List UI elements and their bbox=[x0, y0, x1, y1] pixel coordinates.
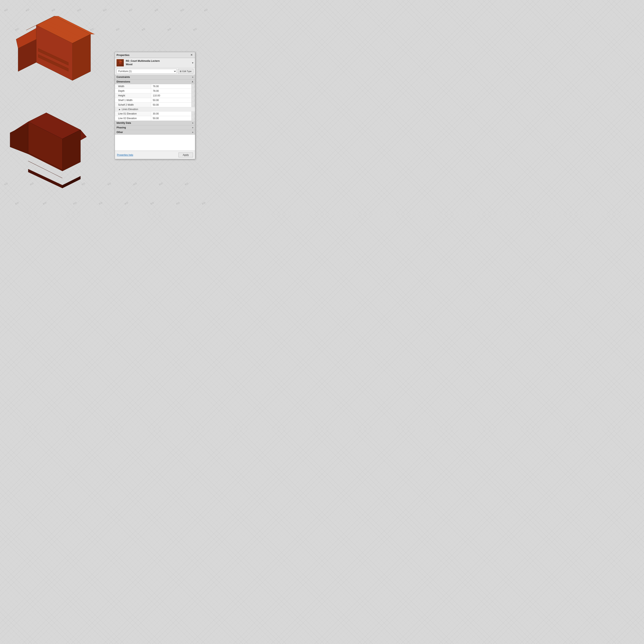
object-icon bbox=[117, 59, 124, 66]
prop-label-shelf1: Shelf 1 Width bbox=[115, 98, 151, 102]
prop-value-line02[interactable]: 50.00 bbox=[151, 116, 191, 121]
prop-value-line01[interactable]: 30.00 bbox=[151, 111, 191, 116]
dimensions-label: Dimensions bbox=[117, 80, 130, 83]
watermark: RD bbox=[150, 201, 155, 205]
edit-type-icon: ⊞ bbox=[180, 70, 182, 73]
prop-row-height: Height 110.00 ⬜ bbox=[115, 93, 195, 98]
watermark: RD bbox=[176, 201, 181, 205]
prop-row-depth: Depth 78.00 ⬜ bbox=[115, 89, 195, 93]
prop-btn-shelf1[interactable]: ⬜ bbox=[191, 98, 195, 102]
prop-btn-width[interactable]: ⬜ bbox=[191, 84, 195, 89]
phasing-label: Phasing bbox=[117, 126, 126, 129]
prop-value-depth[interactable]: 78.00 bbox=[151, 89, 191, 93]
dimensions-section-header[interactable]: Dimensions ∧ bbox=[115, 79, 195, 84]
watermark: RD bbox=[133, 182, 137, 186]
panel-footer: Properties help Apply bbox=[115, 151, 195, 159]
watermark: RD bbox=[141, 27, 146, 32]
constraints-chevron: » bbox=[192, 76, 193, 78]
subsection-expand-icon: ▶ bbox=[119, 108, 121, 110]
prop-value-height[interactable]: 110.00 bbox=[151, 93, 191, 98]
watermark: RD bbox=[154, 8, 159, 12]
identity-data-section-header[interactable]: Identity Data » bbox=[115, 121, 195, 125]
empty-area bbox=[115, 135, 195, 151]
prop-row-width: Width 76.00 ⬜ bbox=[115, 84, 195, 89]
prop-btn-depth[interactable]: ⬜ bbox=[191, 89, 195, 93]
prop-label-height: Height bbox=[115, 93, 151, 98]
lines-elevation-label: Lines Elevation bbox=[122, 108, 138, 111]
svg-marker-21 bbox=[62, 176, 81, 188]
edit-type-label: Edit Type bbox=[182, 70, 192, 72]
prop-row-shelf1: Shelf 1 Width 50.00 ⬜ bbox=[115, 98, 195, 103]
watermark: RD bbox=[167, 27, 172, 32]
prop-value-shelf1[interactable]: 50.00 bbox=[151, 98, 191, 102]
lectern-bottom-view bbox=[2, 107, 91, 193]
prop-label-line02: Line 02 Elevation bbox=[115, 116, 151, 121]
watermark: RD bbox=[193, 27, 198, 32]
object-info-row: RD_Court Multimedia Lectern Wood ▾ bbox=[115, 58, 195, 68]
watermark: RD bbox=[158, 182, 163, 186]
object-name: RD_Court Multimedia Lectern Wood bbox=[126, 59, 160, 66]
phasing-section-header[interactable]: Phasing » bbox=[115, 125, 195, 130]
viewport bbox=[0, 0, 125, 215]
phasing-chevron: » bbox=[192, 126, 193, 129]
prop-label-shelf2: Schelf 2 Width bbox=[115, 103, 151, 107]
prop-row-line01: Line 01 Elevation 30.00 ⬜ bbox=[115, 111, 195, 116]
prop-btn-line02[interactable]: ⬜ bbox=[191, 116, 195, 121]
object-dropdown-arrow: ▾ bbox=[192, 61, 193, 64]
watermark: RD bbox=[184, 182, 189, 186]
prop-value-width[interactable]: 76.00 bbox=[151, 84, 191, 89]
watermark: RD bbox=[203, 8, 208, 12]
lines-elevation-subsection[interactable]: ▶ Lines Elevation bbox=[115, 107, 195, 111]
properties-panel: Properties × RD_Court Multimedia Lectern… bbox=[115, 52, 195, 159]
prop-label-line01: Line 01 Elevation bbox=[115, 111, 151, 116]
object-name-line2: Wood bbox=[126, 63, 160, 66]
other-chevron: » bbox=[192, 131, 193, 134]
prop-row-line02: Line 02 Elevation 50.00 ⬜ bbox=[115, 116, 195, 121]
identity-data-label: Identity Data bbox=[117, 122, 131, 124]
other-section-header[interactable]: Other » bbox=[115, 130, 195, 135]
prop-row-shelf2: Schelf 2 Width 50.00 ⬜ bbox=[115, 103, 195, 107]
object-name-line1: RD_Court Multimedia Lectern bbox=[126, 59, 160, 63]
watermark: RD bbox=[201, 201, 206, 205]
prop-label-depth: Depth bbox=[115, 89, 151, 93]
close-button[interactable]: × bbox=[190, 53, 193, 57]
identity-data-chevron: » bbox=[192, 122, 193, 124]
other-label: Other bbox=[117, 131, 123, 134]
lectern-top-view bbox=[6, 8, 103, 105]
svg-marker-25 bbox=[118, 62, 119, 63]
prop-btn-shelf2[interactable]: ⬜ bbox=[191, 103, 195, 107]
svg-marker-17 bbox=[10, 124, 28, 154]
properties-help-link[interactable]: Properties help bbox=[117, 154, 133, 156]
watermark: RD bbox=[124, 201, 129, 205]
prop-label-width: Width bbox=[115, 84, 151, 89]
watermark: RD bbox=[180, 8, 185, 12]
panel-title: Properties bbox=[117, 54, 129, 57]
prop-btn-height[interactable]: ⬜ bbox=[191, 93, 195, 98]
panel-titlebar: Properties × bbox=[115, 52, 195, 58]
type-toolbar: Furniture (1) ⊞ Edit Type bbox=[115, 68, 195, 75]
constraints-section-header[interactable]: Constraints » bbox=[115, 75, 195, 79]
apply-button[interactable]: Apply bbox=[179, 153, 193, 157]
prop-value-shelf2[interactable]: 50.00 bbox=[151, 103, 191, 107]
type-select[interactable]: Furniture (1) bbox=[117, 69, 177, 74]
svg-marker-20 bbox=[28, 169, 62, 188]
edit-type-button[interactable]: ⊞ Edit Type bbox=[178, 69, 193, 74]
constraints-label: Constraints bbox=[117, 76, 130, 78]
dimensions-chevron: ∧ bbox=[192, 80, 193, 83]
prop-btn-line01[interactable]: ⬜ bbox=[191, 111, 195, 116]
watermark: RD bbox=[128, 8, 133, 12]
